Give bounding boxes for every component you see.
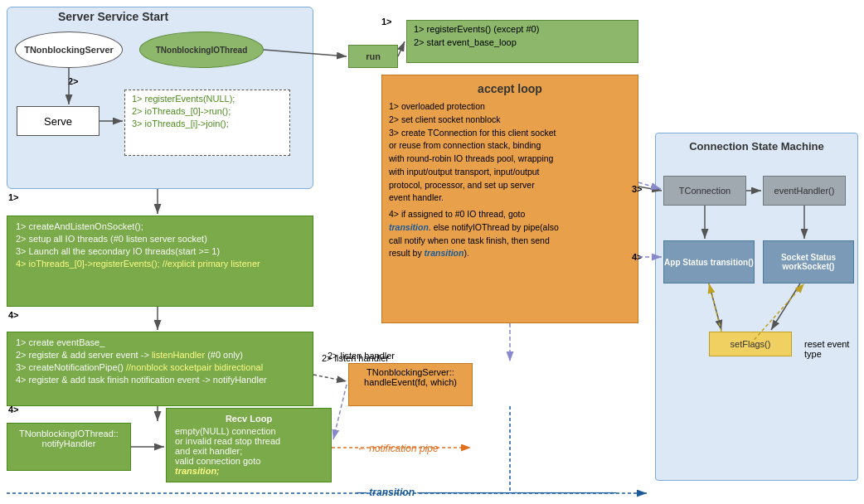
set-flags-box: setFlags() — [709, 332, 792, 356]
tconnection-box: TConnection — [663, 176, 746, 206]
svg-line-20 — [333, 385, 347, 439]
label-4c: 4> — [632, 252, 643, 262]
notification-pipe-label: ← notification pipe — [357, 443, 439, 454]
io-threads-create-box: 1> createAndListenOnSocket(); 2> setup a… — [7, 216, 313, 307]
svg-line-23 — [313, 375, 347, 381]
event-handler-box: eventHandler() — [763, 176, 846, 206]
label-4b: 4> — [8, 405, 19, 414]
socket-status-box: Socket Status workSocket() — [763, 240, 854, 284]
serve-box: Serve — [17, 106, 100, 136]
diagram-container: Server Service Start TNonblockingServer … — [0, 0, 864, 504]
accept-loop-box: accept loop 1> overloaded protection 2> … — [381, 75, 638, 323]
tnonblocking-iothread-ellipse: TNonblockingIOThread — [139, 32, 264, 68]
tnonblocking-server-ellipse: TNonblockingServer — [15, 32, 123, 68]
transition-bottom-label: — transition ———————————————————— — [357, 487, 616, 498]
server-service-title: Server Service Start — [58, 10, 168, 23]
recv-loop-box: Recv Loop empty(NULL) connection or inva… — [166, 408, 332, 482]
label-1b: 1> — [381, 17, 392, 27]
register-events-inner-box: 1> registerEvents(NULL); 2> ioThreads_[0… — [124, 90, 290, 156]
label-3: 3> — [632, 184, 643, 194]
label-1a: 1> — [8, 192, 19, 202]
listen-handler-label2: 2> listen handler — [322, 353, 389, 363]
handle-event-box: TNonblockingServer:: handleEvent(fd, whi… — [348, 363, 473, 406]
label-2: 2> — [68, 76, 79, 86]
notify-handler-box: TNonblockingIOThread:: notifyHandler — [7, 423, 131, 471]
app-status-box: App Status transition() — [663, 240, 755, 284]
svg-line-8 — [398, 41, 405, 56]
event-base-box: 1> create eventBase_ 2> register & add s… — [7, 332, 313, 406]
run-box: run — [348, 45, 398, 68]
label-4a: 4> — [8, 310, 19, 320]
reset-label: reset event type — [804, 339, 864, 359]
register-top-box: 1> registerEvents() (except #0) 2> start… — [406, 20, 638, 63]
